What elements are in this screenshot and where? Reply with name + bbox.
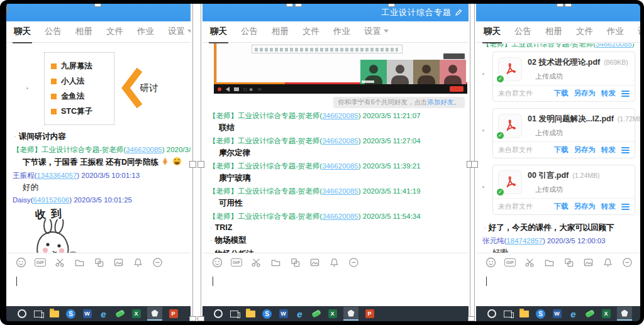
qq-uid-link[interactable]: 649152606 [33,196,70,204]
save-as-link[interactable]: 另存为 [574,145,596,155]
titlebar-middle[interactable]: 工业设计综合专题 [203,4,469,21]
file-explorer-icon[interactable] [49,309,60,319]
file-card[interactable]: ✓ 02 技术进化理论.pdf(869KB) 上传成功 来自群文件 下载 另存为… [492,52,635,102]
gif-icon[interactable]: GIF [504,257,516,268]
more-options-icon[interactable] [621,147,630,153]
selection-handle[interactable] [388,1,395,7]
file-folder-icon[interactable] [543,257,555,268]
camera-icon[interactable] [234,87,239,91]
qq-uid-link[interactable]: 346620085 [126,146,162,153]
screenshot-scissors-icon[interactable] [54,257,65,268]
qq-uid-link[interactable]: 346620085 [322,212,358,220]
tab-chat[interactable]: 聊天 [14,26,31,38]
selection-handle[interactable] [557,1,564,7]
screen-share-image[interactable]: ▢ ▣ ▭ [214,43,467,94]
cortana-icon[interactable] [16,309,27,319]
image-icon[interactable] [309,257,320,268]
qq-uid-link[interactable]: 346620085 [322,162,358,170]
file-card[interactable]: ✓ 01 发明问题解决...IZ.pdf(1.72MB) 上传成功 来自群文件 … [492,108,635,158]
bell-icon[interactable] [602,257,613,268]
participant-video[interactable] [413,60,440,84]
internet-explorer-icon[interactable]: e [568,309,579,319]
active-app-icon[interactable] [147,307,162,321]
participant-video[interactable] [440,60,466,84]
selection-handle[interactable] [471,161,478,168]
received-sticker-image[interactable]: 收到 [25,207,93,253]
tab-announcement[interactable]: 公告 [241,26,258,38]
green-app-icon[interactable] [311,309,321,319]
end-meeting-button[interactable] [450,86,464,92]
message-input[interactable] [6,272,191,306]
selection-handle[interactable] [94,1,101,7]
save-as-link[interactable]: 另存为 [574,202,596,211]
history-minus-icon[interactable] [348,257,359,268]
file-name[interactable]: 01 发明问题解决...IZ.pdf [528,114,614,124]
active-app-icon[interactable] [617,307,632,321]
gif-icon[interactable]: GIF [231,257,242,268]
selection-handle[interactable] [286,1,293,7]
message-input[interactable] [203,272,469,306]
cortana-icon[interactable] [486,309,497,319]
file-card[interactable]: ✓ 00 引言.pdf(1.24MB) 上传成功 来自群文件 下载 另存为 转发 [492,165,635,215]
tab-announcement[interactable]: 公告 [45,26,62,38]
qq-uid-link[interactable]: 346620085 [322,112,358,119]
selection-handle[interactable] [189,161,196,168]
speaker-icon[interactable] [226,87,230,92]
tab-settings[interactable]: 设置 [638,26,640,38]
forward-link[interactable]: 转发 [601,89,616,98]
task-view-icon[interactable] [229,309,240,319]
tab-album[interactable]: 相册 [75,26,92,38]
more-options-icon[interactable] [621,91,630,97]
diagram-image[interactable]: 九屏幕法 小人法 金鱼法 STC算子 研讨 [44,52,191,126]
window-capture-icon[interactable] [93,257,104,268]
download-link[interactable]: 下载 [554,145,569,155]
chat-content-right[interactable]: 【老师】工业设计综合专题-贺老师(346620085) ✓ 02 技术进化理论.… [476,43,640,253]
internet-explorer-icon[interactable]: e [294,309,305,319]
active-app-icon[interactable] [343,307,358,321]
history-minus-icon[interactable] [621,257,633,268]
word-icon[interactable]: W [278,309,289,319]
tab-files[interactable]: 文件 [576,26,593,38]
green-app-icon[interactable] [584,309,595,319]
internet-explorer-icon[interactable]: e [98,309,109,319]
excel-icon[interactable]: X [601,309,611,319]
chat-content-left[interactable]: 九屏幕法 小人法 金鱼法 STC算子 研讨 ·课间研讨内容 【老师】工业设计综合… [6,43,191,253]
selection-handle[interactable] [197,161,204,168]
task-view-icon[interactable] [502,309,513,319]
file-name[interactable]: 02 技术进化理论.pdf [528,57,600,68]
tab-album[interactable]: 相册 [272,26,289,38]
forward-link[interactable]: 转发 [601,145,616,155]
download-link[interactable]: 下载 [554,89,569,98]
powerpoint-icon[interactable]: P [168,309,179,319]
browser-icon[interactable]: S [262,309,272,319]
browser-icon[interactable]: S [65,309,76,319]
more-options-icon[interactable] [621,204,630,210]
image-icon[interactable] [582,257,594,268]
file-explorer-icon[interactable] [519,309,530,319]
emoji-icon[interactable] [15,257,26,268]
bell-icon[interactable] [328,257,340,268]
window-capture-icon[interactable] [289,257,301,268]
file-folder-icon[interactable] [74,257,85,268]
tab-files[interactable]: 文件 [106,26,123,38]
message-input[interactable] [476,272,640,306]
excel-icon[interactable]: X [327,309,338,319]
cortana-icon[interactable] [213,309,223,319]
tab-homework[interactable]: 作业 [607,26,624,38]
qq-uid-link[interactable]: 1343364057 [36,172,77,179]
save-as-link[interactable]: 另存为 [574,89,596,98]
add-friend-link[interactable]: 添加好友 [428,98,454,106]
chat-content-middle[interactable]: ▢ ▣ ▭ 你和李宁有6个共同好友，点击添加好友。 【老师】工业设计综合专题-贺… [203,43,469,253]
tab-chat[interactable]: 聊天 [210,26,227,38]
selection-handle[interactable] [189,316,196,321]
screenshot-scissors-icon[interactable] [524,257,535,268]
emoji-icon[interactable] [211,257,223,268]
tab-homework[interactable]: 作业 [333,26,350,38]
tab-settings[interactable]: 设置 [168,26,191,38]
selection-handle[interactable] [295,1,302,7]
qq-uid-link[interactable]: 346620085 [322,137,358,145]
tab-announcement[interactable]: 公告 [514,26,531,38]
image-icon[interactable] [113,257,124,268]
window-capture-icon[interactable] [563,257,574,268]
bell-icon[interactable] [132,257,143,268]
